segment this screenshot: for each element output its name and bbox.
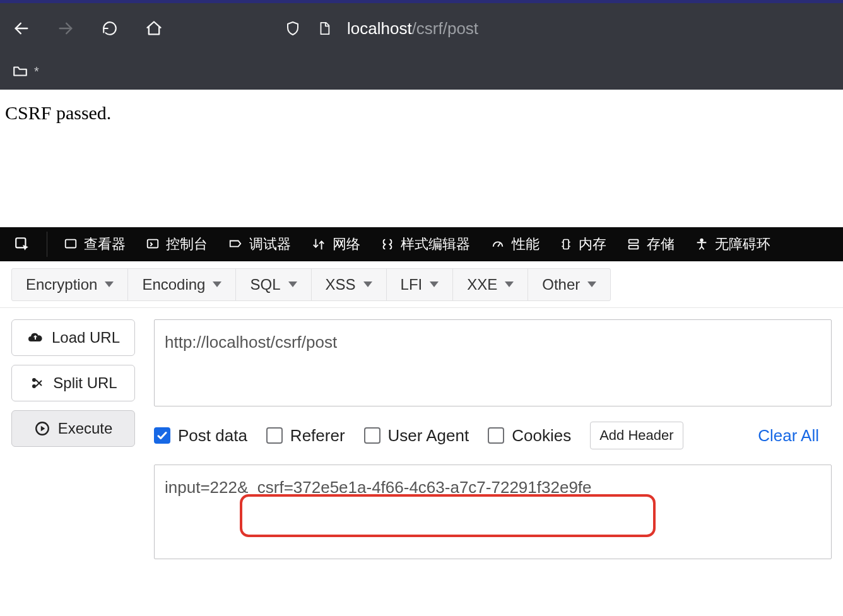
devtools-tab-label: 内存	[579, 235, 606, 254]
ext-menu-other[interactable]: Other	[528, 269, 610, 300]
checkbox-label: Cookies	[512, 426, 571, 446]
post-body-input[interactable]	[154, 465, 832, 559]
devtools-tabbar: 查看器 控制台 调试器 网络 样式编辑器 性能 内存 存储 无障碍环	[0, 227, 843, 261]
load-url-button[interactable]: Load URL	[11, 319, 135, 356]
clear-all-link[interactable]: Clear All	[758, 426, 819, 446]
devtools-tab-label: 性能	[512, 235, 539, 254]
ext-menu-label: Other	[542, 276, 580, 293]
execute-label: Execute	[58, 420, 113, 437]
svg-point-13	[700, 239, 703, 242]
checkbox-referer[interactable]: Referer	[266, 426, 345, 446]
execute-button[interactable]: Execute	[11, 410, 135, 447]
devtools-separator	[47, 232, 47, 257]
ext-right-column: Post data Referer User Agent Cookies Add…	[154, 319, 832, 616]
devtools-tab-memory[interactable]: 内存	[551, 227, 615, 261]
ext-toolbar: Encryption Encoding SQL XSS LFI XXE Othe…	[11, 268, 611, 301]
devtools-tab-debugger[interactable]: 调试器	[219, 227, 300, 261]
checkbox-icon	[488, 427, 504, 444]
forward-button[interactable]	[57, 20, 74, 37]
add-header-button[interactable]: Add Header	[590, 422, 683, 449]
svg-point-15	[32, 384, 36, 388]
devtools-tab-accessibility[interactable]: 无障碍环	[686, 227, 779, 261]
devtools-tab-label: 样式编辑器	[401, 235, 470, 254]
folder-icon[interactable]	[11, 62, 29, 80]
devtools-picker[interactable]	[5, 227, 39, 261]
url-text: localhost/csrf/post	[347, 19, 478, 38]
devtools-tab-styleeditor[interactable]: 样式编辑器	[372, 227, 479, 261]
page-icon	[315, 20, 333, 37]
checkbox-icon	[154, 427, 170, 444]
page-content: CSRF passed.	[0, 90, 843, 227]
bookmarks-row: *	[0, 54, 843, 89]
devtools-tab-label: 无障碍环	[715, 235, 770, 254]
checkbox-label: Referer	[290, 426, 345, 446]
devtools-tab-network[interactable]: 网络	[302, 227, 369, 261]
svg-point-14	[32, 378, 36, 382]
caret-down-icon	[587, 281, 596, 287]
devtools-tab-label: 调试器	[249, 235, 291, 254]
split-url-button[interactable]: Split URL	[11, 365, 135, 401]
devtools-tab-label: 网络	[333, 235, 360, 254]
ext-menu-xxe[interactable]: XXE	[452, 269, 528, 300]
checkbox-post-data[interactable]: Post data	[154, 426, 247, 446]
ext-menu-xss[interactable]: XSS	[311, 269, 386, 300]
ext-toolbar-wrap: Encryption Encoding SQL XSS LFI XXE Othe…	[0, 261, 843, 308]
url-path: /csrf/post	[412, 19, 478, 38]
ext-main: Load URL Split URL Execute Post data Ref…	[0, 308, 843, 616]
load-url-label: Load URL	[52, 329, 120, 346]
bookmark-unsaved-marker: *	[34, 64, 39, 79]
devtools-tab-console[interactable]: 控制台	[137, 227, 216, 261]
shield-icon	[284, 20, 302, 37]
svg-line-5	[498, 243, 500, 247]
devtools-tab-label: 查看器	[84, 235, 126, 254]
options-row: Post data Referer User Agent Cookies Add…	[154, 422, 832, 449]
browser-toolbar: localhost/csrf/post	[0, 3, 843, 54]
post-body-wrap	[154, 465, 832, 562]
reload-button[interactable]	[101, 20, 119, 37]
url-host: localhost	[347, 19, 412, 38]
ext-menu-label: Encoding	[142, 276, 205, 293]
caret-down-icon	[363, 281, 372, 287]
svg-rect-4	[148, 240, 158, 248]
devtools-tab-storage[interactable]: 存储	[618, 227, 683, 261]
ext-menu-label: Encryption	[26, 276, 97, 293]
caret-down-icon	[213, 281, 221, 287]
page-body-text: CSRF passed.	[5, 102, 111, 123]
url-input[interactable]	[154, 319, 832, 406]
home-button[interactable]	[145, 20, 163, 37]
svg-rect-6	[563, 240, 569, 249]
ext-menu-label: XXE	[467, 276, 497, 293]
ext-menu-label: LFI	[401, 276, 423, 293]
checkbox-icon	[266, 427, 283, 444]
caret-down-icon	[288, 281, 297, 287]
checkbox-cookies[interactable]: Cookies	[488, 426, 571, 446]
split-url-label: Split URL	[53, 374, 117, 392]
checkbox-icon	[364, 427, 380, 444]
svg-rect-11	[629, 240, 639, 244]
ext-menu-label: XSS	[326, 276, 356, 293]
ext-menu-encryption[interactable]: Encryption	[12, 269, 127, 300]
devtools-tab-label: 存储	[647, 235, 675, 254]
caret-down-icon	[105, 281, 114, 287]
caret-down-icon	[505, 281, 514, 287]
caret-down-icon	[430, 281, 439, 287]
back-button[interactable]	[13, 20, 30, 37]
ext-menu-sql[interactable]: SQL	[235, 269, 310, 300]
checkbox-label: User Agent	[388, 426, 469, 446]
svg-rect-3	[66, 240, 76, 248]
devtools-tab-performance[interactable]: 性能	[481, 227, 548, 261]
browser-chrome: localhost/csrf/post *	[0, 0, 843, 90]
ext-left-column: Load URL Split URL Execute	[11, 319, 135, 616]
url-bar[interactable]: localhost/csrf/post	[284, 19, 478, 38]
checkbox-user-agent[interactable]: User Agent	[364, 426, 469, 446]
ext-menu-encoding[interactable]: Encoding	[127, 269, 235, 300]
checkbox-label: Post data	[178, 426, 247, 446]
devtools-tab-label: 控制台	[166, 235, 208, 254]
ext-menu-lfi[interactable]: LFI	[386, 269, 453, 300]
svg-marker-17	[40, 426, 45, 432]
devtools-tab-inspector[interactable]: 查看器	[55, 227, 134, 261]
ext-menu-label: SQL	[250, 276, 280, 293]
svg-rect-12	[629, 246, 639, 249]
